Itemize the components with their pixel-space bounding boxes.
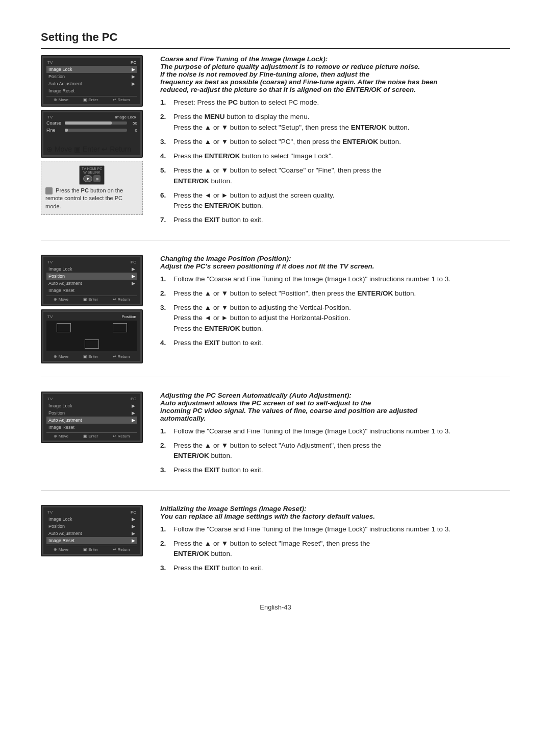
page-title: Setting the PC xyxy=(41,31,510,49)
section-heading-reset: Initializing the Image Settings (Image R… xyxy=(160,505,510,520)
tv-auto-menu-screen: TV PC Image Lock ▶ Position ▶ Auto Adjus… xyxy=(41,392,143,443)
page-number: English-43 xyxy=(41,603,510,611)
section-image-lock: TV PC Image Lock ▶ Position ▶ Auto Adjus… xyxy=(41,55,510,240)
tv-slider-screen: TV Image Lock Coarse 50 Fine 0 ⊕ Move ▣ … xyxy=(41,110,143,158)
steps-list-auto: 1. Follow the "Coarse and Fine Tuning of… xyxy=(160,426,510,476)
section-heading-image-lock: Coarse and Fine Tuning of the Image (Ima… xyxy=(160,55,510,93)
section-image-reset: TV PC Image Lock ▶ Position ▶ Auto Adjus… xyxy=(41,505,510,588)
section-right-image-lock: Coarse and Fine Tuning of the Image (Ima… xyxy=(160,55,510,230)
step-7: 7. Press the EXIT button to exit. xyxy=(160,215,510,225)
pos-step-1: 1. Follow the "Coarse and Fine Tuning of… xyxy=(160,274,510,284)
section-position: TV PC Image Lock ▶ Position ▶ Auto Adjus… xyxy=(41,255,510,377)
remote-area: TV HDMI PC WISELINK ▶ ⊞ Press the PC but… xyxy=(41,161,143,215)
remote-caption: Press the PC button on the remote contro… xyxy=(45,187,138,210)
section-heading-auto: Adjusting the PC Screen Automatically (A… xyxy=(160,392,510,422)
step-1: 1. Preset: Press the PC button to select… xyxy=(160,97,510,108)
pos-step-4: 4. Press the EXIT button to exit. xyxy=(160,338,510,348)
section-left-position: TV PC Image Lock ▶ Position ▶ Auto Adjus… xyxy=(41,255,148,367)
steps-list-reset: 1. Follow the "Coarse and Fine Tuning of… xyxy=(160,524,510,574)
tv-reset-menu-screen: TV PC Image Lock ▶ Position ▶ Auto Adjus… xyxy=(41,505,143,556)
pos-step-3: 3. Press the ▲ or ▼ button to adjusting … xyxy=(160,303,510,334)
steps-list-image-lock: 1. Preset: Press the PC button to select… xyxy=(160,97,510,226)
section-left-image-lock: TV PC Image Lock ▶ Position ▶ Auto Adjus… xyxy=(41,55,148,230)
tv-position-menu-screen: TV PC Image Lock ▶ Position ▶ Auto Adjus… xyxy=(41,255,143,306)
step-4: 4. Press the ENTER/OK button to select "… xyxy=(160,151,510,161)
tv-menu-screen: TV PC Image Lock ▶ Position ▶ Auto Adjus… xyxy=(41,55,143,107)
tv-position-adjust-screen: TV Position ⊕ Move ▣ Enter ↩ Return xyxy=(41,309,143,363)
step-3: 3. Press the ▲ or ▼ button to select "PC… xyxy=(160,137,510,147)
section-right-position: Changing the Image Position (Position): … xyxy=(160,255,510,367)
reset-step-2: 2. Press the ▲ or ▼ button to select "Im… xyxy=(160,539,510,559)
step-2: 2. Press the MENU button to display the … xyxy=(160,112,510,133)
step-6: 6. Press the ◄ or ► button to adjust the… xyxy=(160,190,510,211)
auto-step-1: 1. Follow the "Coarse and Fine Tuning of… xyxy=(160,426,510,436)
pos-step-2: 2. Press the ▲ or ▼ button to select "Po… xyxy=(160,288,510,299)
section-left-reset: TV PC Image Lock ▶ Position ▶ Auto Adjus… xyxy=(41,505,148,578)
section-left-auto: TV PC Image Lock ▶ Position ▶ Auto Adjus… xyxy=(41,392,148,480)
section-auto-adjustment: TV PC Image Lock ▶ Position ▶ Auto Adjus… xyxy=(41,392,510,491)
section-right-reset: Initializing the Image Settings (Image R… xyxy=(160,505,510,578)
section-right-auto: Adjusting the PC Screen Automatically (A… xyxy=(160,392,510,480)
steps-list-position: 1. Follow the "Coarse and Fine Tuning of… xyxy=(160,274,510,349)
reset-step-3: 3. Press the EXIT button to exit. xyxy=(160,563,510,573)
auto-step-2: 2. Press the ▲ or ▼ button to select "Au… xyxy=(160,441,510,461)
auto-step-3: 3. Press the EXIT button to exit. xyxy=(160,465,510,475)
section-heading-position: Changing the Image Position (Position): … xyxy=(160,255,510,270)
step-5: 5. Press the ▲ or ▼ button to select "Co… xyxy=(160,165,510,186)
reset-step-1: 1. Follow the "Coarse and Fine Tuning of… xyxy=(160,524,510,534)
